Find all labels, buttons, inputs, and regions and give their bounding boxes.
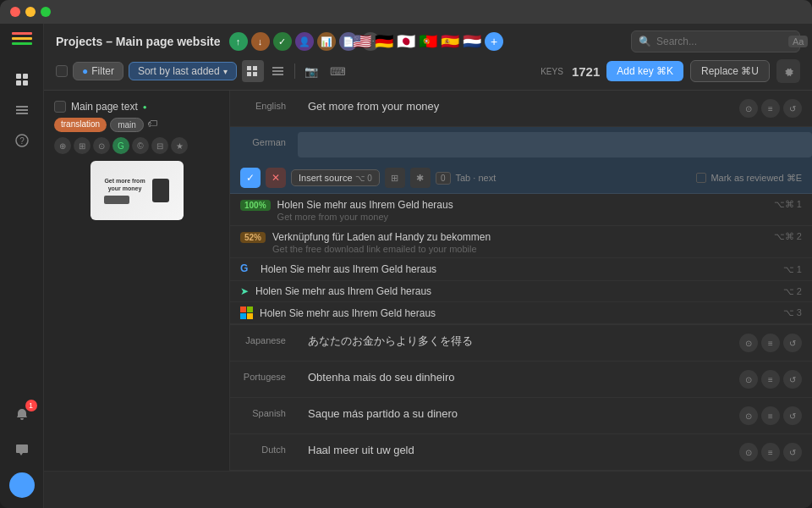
format-icon[interactable]: ⊞ [385, 168, 405, 188]
user-avatar[interactable] [9, 472, 35, 498]
edit-icon-nl[interactable]: ≡ [761, 443, 780, 461]
suggestion-main-52: Verknüpfung für Laden auf Handy zu bekom… [272, 231, 767, 254]
app-window: ? 1 Projects – Main page website [0, 0, 812, 508]
replace-button[interactable]: Replace ⌘U [690, 60, 770, 82]
key-action-g[interactable]: G [112, 137, 129, 154]
proj-icon-check[interactable]: ✓ [273, 32, 292, 51]
insert-source-button[interactable]: Insert source ⌥ 0 [291, 169, 380, 186]
sort-button[interactable]: Sort by last added ▾ [129, 62, 237, 80]
copy-icon-nl[interactable]: ⊙ [739, 443, 758, 461]
translation-content-es[interactable]: Saque más partido a su dinero [298, 398, 729, 433]
history-icon-jp[interactable]: ↺ [783, 334, 802, 352]
proj-icon-up[interactable]: ↑ [229, 32, 248, 51]
proj-icon-down[interactable]: ↓ [251, 32, 270, 51]
key-action-3[interactable]: ⊙ [93, 137, 110, 154]
key-tags: translation main 🏷 [54, 118, 219, 132]
list-view-icon[interactable] [267, 60, 289, 82]
flag-pt[interactable]: 🇵🇹 [419, 32, 437, 51]
reviewed-checkbox[interactable] [696, 173, 706, 183]
code-icon[interactable]: ⌨ [327, 60, 349, 82]
settings-button[interactable] [776, 59, 800, 83]
flag-es[interactable]: 🇪🇸 [441, 32, 459, 51]
translation-content-nl[interactable]: Haal meer uit uw geld [298, 434, 729, 470]
tag-add-icon[interactable]: 🏷 [147, 118, 157, 132]
translations-table: Main page text ● translation main 🏷 ⊕ ⊞ … [44, 91, 812, 508]
sug-text-100: Holen Sie mehr aus Ihrem Geld heraus [277, 199, 767, 211]
confirm-button[interactable]: ✓ [240, 168, 261, 188]
translation-text-jp: あなたのお金からより多くを得る [308, 334, 473, 349]
fullscreen-button[interactable] [41, 7, 51, 17]
copy-icon-es[interactable]: ⊙ [739, 406, 758, 425]
svg-rect-6 [16, 113, 28, 114]
copy-icon[interactable]: ⊙ [739, 99, 758, 118]
history-icon-es[interactable]: ↺ [783, 406, 802, 425]
sug-text-52: Verknüpfung für Laden auf Handy zu bekom… [272, 231, 767, 243]
cancel-button[interactable]: ✕ [266, 168, 286, 188]
toolbar: ● Filter Sort by last added ▾ [56, 59, 800, 83]
select-all-checkbox[interactable] [56, 65, 68, 77]
chevron-down-icon: ▾ [223, 67, 228, 76]
font-size-toggle[interactable]: Aa [788, 36, 808, 47]
close-button[interactable] [10, 7, 20, 17]
sug-sub-100: Get more from your money [277, 212, 767, 222]
flag-de[interactable]: 🇩🇪 [375, 32, 393, 51]
minimize-button[interactable] [25, 7, 36, 17]
suggestion-microsoft[interactable]: Holen Sie mehr aus Ihrem Geld heraus ⌥ 3 [230, 302, 812, 324]
flag-en[interactable]: 🇺🇸 [353, 32, 371, 51]
key-action-m[interactable]: ⊟ [151, 137, 168, 154]
proj-icon-chart[interactable]: 📊 [317, 32, 336, 51]
search-icon: 🔍 [639, 36, 651, 47]
translation-content-en[interactable]: Get more from your money [298, 91, 729, 126]
match-badge-100: 100% [240, 200, 271, 211]
edit-icon-es[interactable]: ≡ [761, 406, 780, 425]
keys-prefix: KEYS [540, 67, 563, 76]
translation-actions-nl: ⊙ ≡ ↺ [729, 434, 812, 470]
history-icon-pt[interactable]: ↺ [783, 370, 802, 389]
grid-view-icon[interactable] [242, 60, 264, 82]
filter-button[interactable]: ● Filter [73, 62, 123, 80]
edit-icon-jp[interactable]: ≡ [761, 334, 780, 352]
lang-label-nl: Dutch [230, 434, 298, 470]
suggestion-52[interactable]: 52% Verknüpfung für Laden auf Handy zu b… [230, 226, 812, 258]
flag-nl[interactable]: 🇳🇱 [463, 32, 481, 51]
sug-shortcut-deepl: ⌥ 2 [783, 286, 802, 297]
suggestion-deepl[interactable]: ➤ Holen Sie mehr aus Ihrem Geld heraus ⌥… [230, 281, 812, 302]
sidebar-chat[interactable] [8, 437, 36, 464]
add-key-button[interactable]: Add key ⌘K [606, 61, 683, 81]
svg-rect-3 [23, 80, 28, 86]
screenshot-icon[interactable]: 📷 [300, 60, 322, 82]
suggestion-100[interactable]: 100% Holen Sie mehr aus Ihrem Geld herau… [230, 194, 812, 226]
search-input[interactable] [656, 36, 783, 47]
sidebar-item-help[interactable]: ? [8, 127, 36, 154]
search-box[interactable]: 🔍 Aa × [631, 30, 800, 52]
proj-icon-user[interactable]: 👤 [295, 32, 314, 51]
key-action-2[interactable]: ⊞ [74, 137, 91, 154]
translation-content-pt[interactable]: Obtenha mais do seu dinheiro [298, 362, 729, 397]
key-action-s[interactable]: ★ [171, 137, 188, 154]
sidebar-item-projects[interactable] [8, 66, 36, 93]
sidebar-notifications[interactable]: 1 [8, 401, 36, 428]
copy-icon-jp[interactable]: ⊙ [739, 334, 758, 352]
suggestion-google[interactable]: G Holen Sie mehr aus Ihrem Geld heraus ⌥… [230, 258, 812, 281]
flag-jp[interactable]: 🇯🇵 [397, 32, 415, 51]
asterisk-icon[interactable]: ✱ [410, 168, 431, 188]
key-thumbnail: Get more from your money [91, 161, 184, 220]
svg-rect-12 [253, 72, 257, 76]
edit-icon[interactable]: ≡ [761, 99, 780, 118]
sug-shortcut-google: ⌥ 1 [783, 264, 802, 275]
translation-content-jp[interactable]: あなたのお金からより多くを得る [298, 325, 729, 361]
lang-label-jp: Japanese [230, 325, 298, 361]
copy-icon-pt[interactable]: ⊙ [739, 370, 758, 389]
key-checkbox[interactable] [54, 101, 66, 113]
tag-main[interactable]: main [110, 118, 144, 132]
mark-reviewed[interactable]: Mark as reviewed ⌘E [696, 173, 802, 184]
key-action-1[interactable]: ⊕ [54, 137, 71, 154]
tag-translation[interactable]: translation [54, 118, 107, 132]
history-icon-nl[interactable]: ↺ [783, 443, 802, 461]
history-icon[interactable]: ↺ [783, 99, 802, 118]
add-language-button[interactable]: + [485, 32, 503, 51]
lang-label-en: English [230, 91, 298, 126]
sidebar-item-list[interactable] [8, 97, 36, 124]
edit-icon-pt[interactable]: ≡ [761, 370, 780, 389]
key-action-c[interactable]: © [132, 137, 149, 154]
